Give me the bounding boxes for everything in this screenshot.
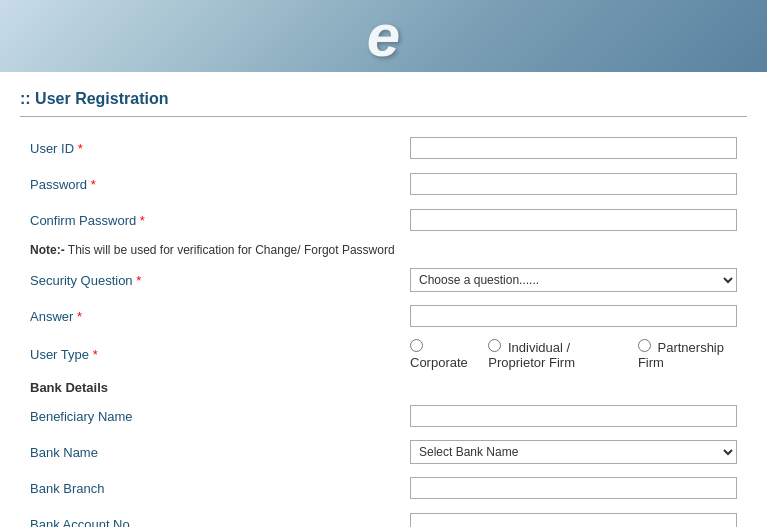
bank-account-input[interactable]	[410, 513, 737, 527]
header-logo: e	[324, 6, 444, 66]
security-question-label: Security Question *	[30, 273, 410, 288]
note-row: Note:- This will be used for verificatio…	[30, 243, 737, 257]
bank-name-label: Bank Name	[30, 445, 410, 460]
answer-required: *	[77, 309, 82, 324]
bank-name-select[interactable]: Select Bank Name State Bank of India Pun…	[410, 440, 737, 464]
confirm-password-label: Confirm Password *	[30, 213, 410, 228]
beneficiary-name-label: Beneficiary Name	[30, 409, 410, 424]
password-required: *	[91, 177, 96, 192]
confirm-password-row: Confirm Password *	[30, 207, 737, 233]
answer-input[interactable]	[410, 305, 737, 327]
answer-row: Answer *	[30, 303, 737, 329]
note-text: This will be used for verification for C…	[68, 243, 395, 257]
registration-form: User ID * Password * Confirm Password * …	[20, 135, 747, 527]
answer-label: Answer *	[30, 309, 410, 324]
user-type-required: *	[93, 347, 98, 362]
note-label: Note:-	[30, 243, 65, 257]
bank-branch-input[interactable]	[410, 477, 737, 499]
user-id-input[interactable]	[410, 137, 737, 159]
radio-partnership-label: Partnership Firm	[638, 339, 725, 370]
security-question-select[interactable]: Choose a question...... What is your mot…	[410, 268, 737, 292]
radio-individual[interactable]	[488, 339, 501, 352]
password-input[interactable]	[410, 173, 737, 195]
confirm-password-input[interactable]	[410, 209, 737, 231]
radio-individual-text: Individual / Proprietor Firm	[488, 340, 575, 370]
user-type-row: User Type * Corporate Individual / Propr…	[30, 339, 737, 370]
radio-corporate[interactable]	[410, 339, 423, 352]
password-label: Password *	[30, 177, 410, 192]
radio-corporate-text: Corporate	[410, 355, 468, 370]
password-row: Password *	[30, 171, 737, 197]
bank-account-row: Bank Account No	[30, 511, 737, 527]
confirm-password-required: *	[140, 213, 145, 228]
bank-branch-row: Bank Branch	[30, 475, 737, 501]
radio-partnership[interactable]	[638, 339, 651, 352]
user-type-radio-group: Corporate Individual / Proprietor Firm P…	[410, 339, 737, 370]
page-header: e	[0, 0, 767, 72]
user-id-row: User ID *	[30, 135, 737, 161]
user-id-label: User ID *	[30, 141, 410, 156]
beneficiary-name-input[interactable]	[410, 405, 737, 427]
bank-account-label: Bank Account No	[30, 517, 410, 528]
bank-name-row: Bank Name Select Bank Name State Bank of…	[30, 439, 737, 465]
logo-icon: e	[367, 6, 400, 66]
beneficiary-name-row: Beneficiary Name	[30, 403, 737, 429]
bank-details-heading: Bank Details	[30, 380, 737, 395]
bank-branch-label: Bank Branch	[30, 481, 410, 496]
title-divider	[20, 116, 747, 117]
security-question-row: Security Question * Choose a question...…	[30, 267, 737, 293]
security-question-required: *	[136, 273, 141, 288]
radio-corporate-label: Corporate	[410, 339, 468, 370]
user-type-label: User Type *	[30, 347, 410, 362]
page-content: :: User Registration User ID * Password …	[0, 72, 767, 527]
page-title: :: User Registration	[20, 82, 747, 116]
user-id-required: *	[78, 141, 83, 156]
radio-individual-label: Individual / Proprietor Firm	[488, 339, 618, 370]
